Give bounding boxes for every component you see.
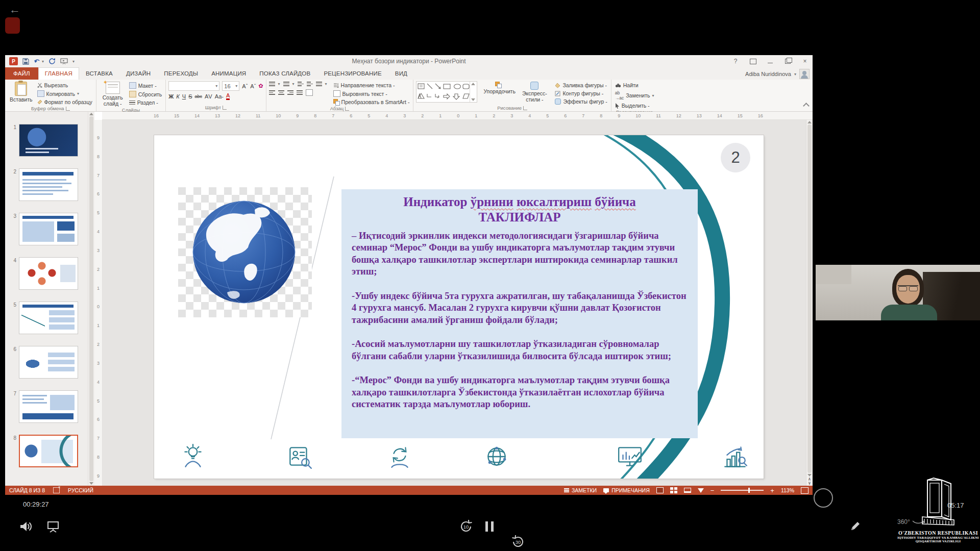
slide-thumbnail[interactable]: 6 (5, 346, 88, 379)
align-text-button[interactable]: Выровнять текст - (332, 90, 411, 97)
slide[interactable]: 2 (154, 135, 764, 479)
slide-thumbnail[interactable]: 1 (5, 124, 88, 157)
avatar[interactable] (799, 69, 810, 79)
fit-slide-button[interactable] (801, 487, 808, 494)
numbering-icon[interactable] (283, 82, 289, 86)
redo-icon[interactable] (48, 58, 56, 65)
ribbon-tab[interactable]: АНИМАЦИЯ (205, 67, 253, 80)
justify-icon[interactable] (297, 90, 303, 95)
quick-styles-button[interactable]: Экспресс-стили - (519, 81, 550, 103)
presentation-icon[interactable] (47, 521, 59, 535)
reset-button[interactable]: Сбросить (128, 90, 163, 98)
ribbon-tab[interactable]: ГЛАВНАЯ (38, 67, 79, 80)
align-center-icon[interactable] (278, 90, 284, 95)
new-slide-button[interactable]: ✦ Создать слайд - (99, 81, 127, 107)
replace-button[interactable]: ab→ac Заменить ▾ (614, 90, 655, 101)
slide-thumbnail[interactable]: 7 (5, 390, 88, 423)
font-toggle-button[interactable]: Аа- (215, 93, 224, 99)
font-toggle-button[interactable]: К (176, 93, 179, 99)
slide-thumbnail[interactable]: 8 (5, 435, 88, 467)
font-toggle-button[interactable]: АV (205, 93, 212, 99)
smartart-button[interactable]: Преобразовать в SmartArt - (332, 98, 411, 106)
decrease-indent-icon[interactable] (298, 82, 304, 86)
help-icon[interactable]: ? (732, 58, 739, 65)
normal-view-button[interactable] (656, 487, 664, 493)
thumbnail-scrollbar[interactable] (88, 112, 94, 486)
text-direction-button[interactable]: Направление текста - (332, 82, 411, 89)
slide-thumbnail[interactable]: 3 (5, 213, 88, 245)
zoom-out-button[interactable]: − (710, 487, 715, 494)
dialog-launcher-icon[interactable] (66, 107, 70, 111)
font-size-combobox[interactable]: 16▾ (222, 81, 239, 91)
start-slideshow-icon[interactable] (60, 58, 68, 65)
ribbon-tab[interactable]: ФАЙЛ (5, 67, 38, 80)
globe-image[interactable] (178, 187, 312, 317)
back-arrow-icon[interactable]: ← (9, 3, 20, 16)
comments-button[interactable]: ПРИМЕЧАНИЯ (603, 487, 650, 493)
section-button[interactable]: Раздел - (128, 99, 163, 106)
editor-scrollbar[interactable]: ∧∧ ∨∨ (806, 120, 813, 486)
arrange-button[interactable]: Упорядочить (481, 81, 515, 95)
shape-fill-button[interactable]: Заливка фигуры - (554, 82, 608, 89)
forward-30-button[interactable]: 30 (510, 534, 526, 549)
ribbon-tab[interactable]: РЕЦЕНЗИРОВАНИЕ (317, 67, 388, 80)
line-spacing-icon[interactable] (316, 82, 322, 86)
slideshow-button[interactable] (698, 488, 704, 493)
zoom-level[interactable]: 113% (781, 487, 794, 493)
rewind-10-button[interactable]: 10 (458, 519, 474, 534)
slide-thumbnail[interactable]: 2 (5, 168, 88, 201)
shape-outline-button[interactable]: Контур фигуры - (554, 90, 608, 97)
shape-effects-button[interactable]: Эффекты фигур - (554, 98, 608, 105)
slide-sorter-view-button[interactable] (670, 487, 677, 493)
pause-button[interactable] (485, 521, 494, 532)
zoom-in-button[interactable]: + (770, 487, 774, 494)
webcam-feed[interactable] (816, 265, 980, 320)
font-toggle-button[interactable]: Ч (182, 93, 186, 99)
ribbon-tab[interactable]: ДИЗАЙН (119, 67, 157, 80)
increase-indent-icon[interactable] (307, 82, 313, 86)
dialog-launcher-icon[interactable] (223, 106, 227, 110)
account-area[interactable]: Adiba Nuriddinova ▾ (745, 69, 810, 79)
channel-badge[interactable] (5, 17, 20, 34)
font-toggle-button[interactable]: S (188, 93, 192, 99)
clear-formatting-button[interactable]: ✿ (258, 83, 263, 89)
align-left-icon[interactable] (269, 90, 275, 95)
format-painter-button[interactable]: Формат по образцу (36, 98, 93, 106)
font-toggle-button[interactable]: abc (194, 94, 202, 99)
columns-icon[interactable] (306, 89, 313, 96)
ribbon-tab[interactable]: ВСТАВКА (79, 67, 119, 80)
reading-view-button[interactable] (684, 488, 691, 493)
copy-button[interactable]: Копировать ▾ (36, 90, 93, 97)
customize-qat-icon[interactable]: ▾ (72, 59, 75, 64)
notes-button[interactable]: ЗАМЕТКИ (564, 487, 597, 493)
close-icon[interactable]: × (801, 58, 808, 65)
zoom-slider[interactable] (721, 490, 764, 491)
volume-icon[interactable] (19, 520, 33, 535)
language-indicator[interactable]: РУССКИЙ (68, 487, 93, 493)
undo-icon[interactable]: ▾ (34, 58, 44, 64)
dialog-launcher-icon[interactable] (345, 107, 349, 111)
slide-thumbnail[interactable]: 4 (5, 257, 88, 290)
shrink-font-button[interactable]: Аˇ (250, 83, 256, 89)
annotate-pencil-icon[interactable] (850, 520, 861, 534)
slide-textbox[interactable]: Индикатор ўрнини юксалтириш бўйича ТАКЛИ… (341, 189, 698, 438)
select-button[interactable]: Выделить - (614, 102, 655, 109)
layout-button[interactable]: Макет - (128, 82, 163, 89)
bullets-icon[interactable] (269, 82, 275, 86)
font-name-combobox[interactable]: ▾ (168, 81, 219, 91)
slide-counter[interactable]: СЛАЙД 8 ИЗ 8 (9, 487, 45, 493)
ribbon-tab[interactable]: ПЕРЕХОДЫ (157, 67, 205, 80)
paste-button[interactable]: Вставить (8, 81, 35, 104)
align-right-icon[interactable] (287, 90, 293, 95)
font-toggle-button[interactable]: Ж (168, 93, 174, 99)
next-slide-button[interactable]: ∨∨ (808, 482, 811, 485)
grow-font-button[interactable]: Аˆ (242, 83, 248, 89)
ribbon-display-options-icon[interactable] (749, 58, 756, 65)
cut-button[interactable]: Вырезать (36, 82, 93, 89)
font-toggle-button[interactable]: А (226, 93, 230, 100)
restore-icon[interactable] (784, 58, 791, 65)
shapes-gallery-scrollbar[interactable] (470, 82, 476, 102)
dialog-launcher-icon[interactable] (523, 106, 527, 110)
spellcheck-icon[interactable] (53, 487, 60, 493)
save-icon[interactable] (22, 58, 29, 65)
